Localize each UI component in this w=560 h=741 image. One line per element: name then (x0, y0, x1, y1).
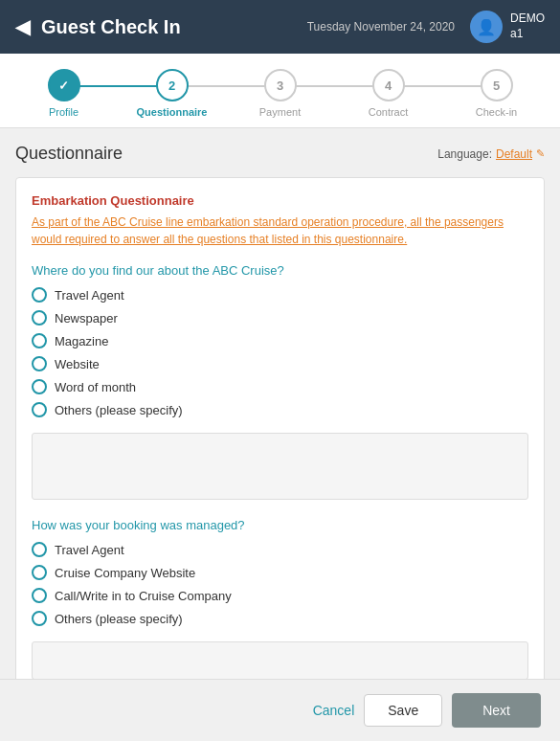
option-magazine[interactable]: Magazine (32, 333, 528, 348)
app-header: ◀ Guest Check In Tuesday November 24, 20… (0, 0, 560, 54)
footer-actions: Cancel Save Next (0, 679, 560, 741)
option-others-2[interactable]: Others (please specify) (32, 611, 528, 626)
language-label: Language: (437, 147, 492, 161)
questionnaire-card: Embarkation Questionnaire As part of the… (15, 177, 545, 714)
questionnaire-title: Questionnaire (15, 144, 123, 164)
option-newspaper[interactable]: Newspaper (32, 310, 528, 326)
option-travel-agent-1[interactable]: Travel Agent (32, 287, 528, 303)
option-call-write[interactable]: Call/Write in to Cruise Company (32, 588, 528, 603)
option-website[interactable]: Website (32, 356, 528, 371)
step-circle-2: 2 (156, 69, 189, 101)
language-selector[interactable]: Language: Default ✎ (437, 147, 545, 161)
option-label-1-3: Magazine (55, 334, 108, 348)
step-payment[interactable]: 3 Payment (226, 69, 334, 118)
cancel-button[interactable]: Cancel (313, 703, 355, 718)
option-others-1[interactable]: Others (please specify) (32, 402, 528, 417)
option-label-2-1: Travel Agent (55, 543, 124, 557)
next-button[interactable]: Next (452, 693, 541, 728)
step-label-5: Check-in (476, 106, 517, 118)
option-label-1-4: Website (55, 357, 100, 371)
option-word-of-month[interactable]: Word of month (32, 379, 528, 394)
embarkation-title: Embarkation Questionnaire (32, 193, 528, 208)
radio-others-1[interactable] (32, 402, 47, 417)
option-label-2-2: Cruise Company Website (55, 566, 195, 580)
step-label-4: Contract (369, 106, 409, 118)
save-button[interactable]: Save (364, 694, 442, 727)
radio-call-write[interactable] (32, 588, 47, 603)
radio-cruise-company[interactable] (32, 565, 47, 580)
option-label-1-1: Travel Agent (55, 288, 124, 303)
radio-word-of-month[interactable] (32, 379, 47, 394)
page-title: Guest Check In (41, 16, 307, 38)
step-questionnaire[interactable]: 2 Questionnaire (118, 69, 226, 118)
desc-plain: As part of the (32, 215, 102, 229)
option-label-1-6: Others (please specify) (55, 403, 183, 417)
question-1: Where do you find our about the ABC Crui… (32, 263, 528, 278)
language-value[interactable]: Default (496, 147, 532, 161)
radio-travel-agent-2[interactable] (32, 542, 47, 557)
radio-newspaper[interactable] (32, 310, 47, 326)
step-label-2: Questionnaire (137, 106, 208, 118)
stepper: ✓ Profile 2 Questionnaire 3 Payment 4 Co… (0, 54, 560, 128)
main-content: Questionnaire Language: Default ✎ Embark… (0, 128, 560, 741)
step-contract[interactable]: 4 Contract (334, 69, 442, 118)
option-label-2-3: Call/Write in to Cruise Company (55, 589, 232, 603)
step-circle-3: 3 (264, 69, 297, 101)
step-label-3: Payment (259, 106, 301, 118)
user-avatar: 👤 (470, 11, 503, 43)
embarkation-desc: As part of the ABC Cruise line embarkati… (32, 213, 528, 248)
username: DEMO a1 (510, 11, 545, 41)
edit-icon[interactable]: ✎ (536, 147, 545, 160)
header-date: Tuesday November 24, 2020 (307, 20, 455, 34)
option-label-1-2: Newspaper (55, 311, 118, 326)
back-button[interactable]: ◀ (15, 15, 30, 38)
radio-travel-agent-1[interactable] (32, 287, 47, 303)
radio-website[interactable] (32, 356, 47, 371)
desc-link: ABC Cruise line embarkation standard ope… (102, 215, 404, 229)
step-circle-5: 5 (481, 69, 513, 101)
step-circle-1: ✓ (48, 69, 80, 101)
user-info: 👤 DEMO a1 (470, 11, 545, 43)
step-profile[interactable]: ✓ Profile (10, 69, 118, 118)
question-2: How was your booking was managed? (32, 518, 528, 532)
section-header: Questionnaire Language: Default ✎ (15, 144, 545, 164)
others-specify-2[interactable] (32, 641, 528, 680)
step-checkin[interactable]: 5 Check-in (442, 69, 550, 118)
option-cruise-company[interactable]: Cruise Company Website (32, 565, 528, 580)
radio-others-2[interactable] (32, 611, 47, 626)
step-circle-4: 4 (372, 69, 405, 101)
radio-magazine[interactable] (32, 333, 47, 348)
others-specify-1[interactable] (32, 433, 528, 500)
option-label-2-4: Others (please specify) (55, 612, 183, 626)
option-travel-agent-2[interactable]: Travel Agent (32, 542, 528, 557)
step-label-1: Profile (49, 106, 78, 118)
option-label-1-5: Word of month (55, 380, 136, 394)
